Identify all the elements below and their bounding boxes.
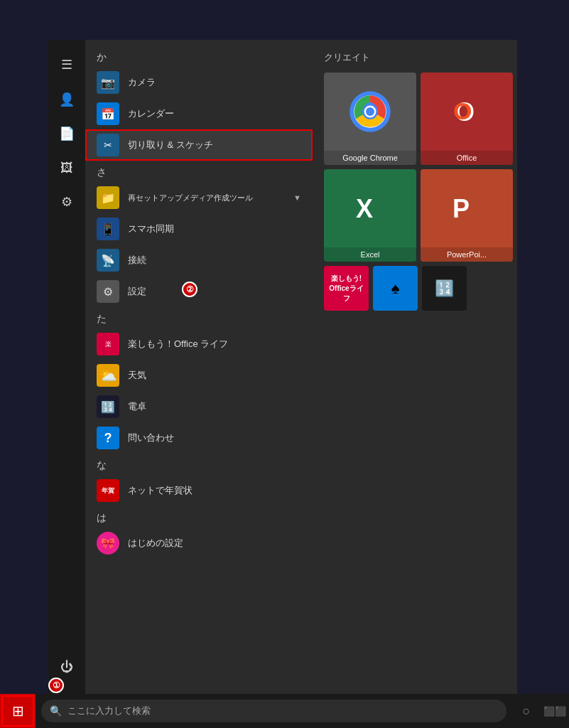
sidebar-icon-document[interactable]: 📄 (51, 118, 82, 149)
expand-icon: ▼ (293, 193, 301, 202)
start-menu: ☰ 👤 📄 🖼 ⚙ ⏻ か 📷 カメラ 📅 カレンダー ② ✂ 切り取り & ス… (48, 40, 517, 694)
snip-label: 切り取り & スケッチ (128, 139, 213, 151)
search-placeholder-text: ここに入力して検索 (67, 705, 151, 717)
excel-svg-icon: X (352, 191, 388, 226)
tile-powerpoint[interactable]: P PowerPoi... (421, 169, 513, 262)
section-header-na: な (85, 454, 313, 475)
powerpoint-svg-icon: P (449, 191, 484, 226)
section-header-ta: た (85, 307, 313, 328)
sidebar-icon-settings[interactable]: ⚙ (51, 186, 82, 218)
sidebar-icon-user[interactable]: 👤 (51, 84, 82, 115)
powerpoint-tile-label: PowerPoi... (421, 247, 513, 262)
search-icon: 🔍 (50, 705, 62, 717)
taskview-icon: ⬛⬛ (543, 706, 566, 717)
section-header-ka: か (85, 46, 313, 67)
app-item-calculator[interactable]: 🔢 電卓 (85, 391, 313, 422)
tiles-row-2: X Excel P PowerPoi... (324, 169, 506, 262)
intro-label: はじめの設定 (128, 537, 183, 550)
office-tile-icon-area: O O (421, 73, 513, 151)
tile-calculator-small[interactable]: 🔢 (422, 266, 467, 311)
tiles-section-title: クリエイト (324, 51, 506, 64)
chrome-tile-label: Google Chrome (324, 151, 416, 165)
nengajo-label: ネットで年賀状 (128, 484, 193, 497)
section-header-ha: は (85, 506, 313, 528)
phone-app-icon: 📱 (97, 218, 119, 240)
chrome-tile-icon-area (324, 73, 416, 151)
tile-chrome[interactable]: Google Chrome (324, 73, 416, 165)
calendar-label: カレンダー (128, 107, 174, 120)
snip-app-icon: ✂ (97, 134, 119, 156)
app-list: か 📷 カメラ 📅 カレンダー ② ✂ 切り取り & スケッチ さ 📁 再セット… (85, 40, 313, 694)
excel-tile-label: Excel (324, 247, 416, 262)
svg-text:X: X (356, 194, 373, 223)
tiles-row-3: 楽しもう!Officeライフ ♠ 🔢 (324, 266, 506, 311)
support-app-icon: ? (97, 427, 119, 449)
step1-badge: ① (48, 678, 64, 693)
app-item-camera[interactable]: 📷 カメラ (85, 67, 313, 98)
camera-label: カメラ (128, 76, 156, 89)
task-view-button[interactable]: ⬛⬛ (541, 697, 569, 725)
weather-label: 天気 (128, 369, 146, 382)
app-item-settings[interactable]: ⚙ 設定 (85, 276, 313, 307)
step2-badge: ② (182, 282, 197, 297)
cortana-icon: ○ (523, 704, 531, 719)
app-item-snip[interactable]: ② ✂ 切り取り & スケッチ (85, 129, 313, 161)
start-button[interactable]: ⊞ (0, 694, 36, 728)
taskbar: ⊞ 🔍 ここに入力して検索 ○ ⬛⬛ (0, 694, 569, 728)
support-label: 問い合わせ (128, 432, 174, 444)
svg-text:P: P (453, 194, 470, 223)
windows-icon: ⊞ (12, 702, 24, 719)
office-life-app-icon: 楽 (97, 333, 119, 355)
tiles-area: クリエイト (313, 40, 517, 694)
chrome-svg-icon (349, 90, 391, 133)
sidebar-icon-pictures[interactable]: 🖼 (51, 152, 82, 183)
nengajo-app-icon: 年賀 (97, 479, 119, 502)
office-life-label: 楽しもう！Office ライフ (128, 338, 228, 350)
app-item-weather[interactable]: ⛅ 天気 (85, 360, 313, 391)
intro-app-icon: 🎀 (97, 532, 119, 555)
tile-office-life-small[interactable]: 楽しもう!Officeライフ (324, 266, 369, 311)
tile-solitaire[interactable]: ♠ (373, 266, 418, 311)
app-item-support[interactable]: ? 問い合わせ (85, 422, 313, 454)
office-life-small-icon: 楽しもう!Officeライフ (324, 266, 369, 311)
tile-excel[interactable]: X Excel (324, 169, 416, 262)
excel-tile-icon-area: X (324, 169, 416, 247)
cortana-button[interactable]: ○ (512, 697, 541, 725)
office-svg-icon: O O (449, 94, 484, 129)
reset-app-icon: 📁 (97, 186, 119, 209)
calc-small-icon: 🔢 (422, 266, 467, 311)
connect-label: 接続 (128, 254, 146, 267)
camera-app-icon: 📷 (97, 71, 119, 94)
calendar-app-icon: 📅 (97, 102, 119, 125)
calculator-label: 電卓 (128, 400, 146, 413)
tile-office[interactable]: O O Office (421, 73, 513, 165)
app-item-office-life[interactable]: 楽 楽しもう！Office ライフ (85, 328, 313, 360)
settings-label: 設定 (128, 285, 146, 298)
svg-point-5 (366, 107, 374, 116)
app-item-reset[interactable]: 📁 再セットアップメディア作成ツール ▼ (85, 182, 313, 213)
app-item-intro[interactable]: 🎀 はじめの設定 (85, 528, 313, 559)
settings-app-icon: ⚙ (97, 280, 119, 303)
svg-text:O: O (453, 97, 472, 124)
app-item-connect[interactable]: 📡 接続 (85, 245, 313, 276)
solitaire-icon: ♠ (373, 266, 418, 311)
section-header-sa: さ (85, 161, 313, 182)
calculator-app-icon: 🔢 (97, 395, 119, 418)
sidebar-icons: ☰ 👤 📄 🖼 ⚙ ⏻ (48, 40, 85, 694)
phone-label: スマホ同期 (128, 223, 174, 235)
weather-app-icon: ⛅ (97, 364, 119, 387)
powerpoint-tile-icon-area: P (421, 169, 513, 247)
app-item-calendar[interactable]: 📅 カレンダー (85, 98, 313, 129)
office-tile-label: Office (421, 151, 513, 165)
hamburger-button[interactable]: ☰ (53, 48, 81, 81)
app-item-phone[interactable]: 📱 スマホ同期 (85, 213, 313, 245)
app-item-nengajo[interactable]: 年賀 ネットで年賀状 (85, 475, 313, 506)
reset-label: 再セットアップメディア作成ツール (128, 193, 253, 203)
tiles-row-1: Google Chrome O O Office (324, 73, 506, 165)
search-bar[interactable]: 🔍 ここに入力して検索 (41, 700, 506, 722)
connect-app-icon: 📡 (97, 249, 119, 272)
